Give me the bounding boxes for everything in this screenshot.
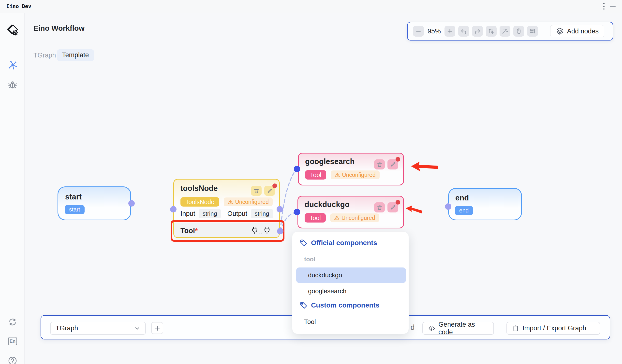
occluded-text: d: [410, 324, 414, 332]
minimap-icon[interactable]: [527, 26, 538, 36]
tab-tgraph[interactable]: TGraph: [33, 52, 56, 59]
generate-as-code-button[interactable]: Generate as code: [422, 322, 494, 335]
node-start[interactable]: start start: [58, 186, 131, 220]
node-type-badge: start: [65, 205, 85, 214]
status-badge: Unconfigured: [331, 170, 380, 179]
red-arrow-googlesearch: [411, 162, 438, 171]
canvas-toolbar: 95%: [407, 22, 613, 40]
node-kind-badge: Tool: [305, 213, 326, 222]
sidebar: En: [0, 13, 25, 364]
required-marker: *: [195, 227, 198, 235]
add-graph-button[interactable]: [151, 322, 163, 334]
warning-icon: [228, 199, 233, 205]
port-start-out[interactable]: [128, 200, 135, 207]
menu-item-googlesearch[interactable]: googlesearch: [308, 287, 346, 295]
plug-icons: [252, 226, 271, 235]
graph-select-value: TGraph: [56, 325, 78, 332]
import-export-graph-button[interactable]: Import / Export Graph: [506, 322, 600, 335]
page-title: Eino Workflow: [33, 24, 85, 32]
undo-button[interactable]: [458, 26, 469, 36]
port-tool-slot[interactable]: [277, 228, 283, 234]
tool-slot-row[interactable]: Tool*: [174, 222, 279, 237]
custom-components-heading: Custom components: [300, 301, 379, 309]
node-type-badge: end: [455, 206, 473, 215]
port-end-in[interactable]: [445, 203, 451, 210]
mouse-mode-icon[interactable]: [513, 26, 524, 36]
notification-dot: [396, 157, 400, 162]
node-end[interactable]: end end: [448, 188, 522, 220]
node-googlesearch[interactable]: googlesearch Tool Unconfigured: [298, 153, 404, 185]
delete-node-button[interactable]: [374, 202, 385, 212]
red-arrow-duckduckgo: [406, 205, 422, 213]
output-label: Output: [227, 210, 247, 218]
graph-select[interactable]: TGraph: [50, 322, 146, 335]
zoom-in-button[interactable]: [445, 26, 455, 36]
redo-button[interactable]: [472, 26, 483, 36]
node-duckduckgo[interactable]: duckduckgo Tool Unconfigured: [297, 196, 404, 228]
menu-item-duckduckgo[interactable]: duckduckgo: [296, 268, 406, 283]
import-export-label: Import / Export Graph: [523, 325, 586, 332]
delete-node-button[interactable]: [251, 186, 262, 196]
generate-as-code-label: Generate as code: [438, 321, 488, 336]
menu-item-tool[interactable]: Tool: [304, 318, 316, 326]
node-title: end: [455, 194, 469, 202]
kebab-menu-icon[interactable]: [602, 3, 606, 10]
node-kind-badge: Tool: [305, 170, 326, 180]
output-type-pill: string: [251, 209, 273, 218]
port-toolsnode-in[interactable]: [170, 206, 176, 212]
app-logo-tag-gear-icon: [6, 23, 19, 37]
node-kind-badge: ToolsNode: [180, 197, 219, 207]
sidebar-item-workflow-graph-icon[interactable]: [8, 60, 18, 70]
window-titlebar: Eino Dev: [0, 0, 622, 13]
input-type-pill: string: [199, 209, 221, 218]
official-components-heading: Official components: [300, 239, 377, 247]
plus-icon: [154, 325, 160, 331]
zoom-out-button[interactable]: [413, 26, 424, 36]
component-menu: Official components tool duckduckgo goog…: [292, 231, 409, 334]
language-label: En: [8, 337, 17, 345]
add-nodes-label: Add nodes: [567, 28, 599, 35]
node-title: duckduckgo: [305, 200, 350, 209]
port-googlesearch-in[interactable]: [294, 166, 300, 172]
edge-tool-to-duckduckgo: [281, 212, 296, 231]
notification-dot: [272, 183, 277, 188]
window-title: Eino Dev: [6, 3, 31, 9]
status-badge: Unconfigured: [330, 213, 379, 222]
sidebar-item-language-icon[interactable]: En: [8, 336, 18, 346]
menu-group-label: tool: [304, 256, 315, 263]
sidebar-item-debug-bug-icon[interactable]: [8, 80, 18, 90]
tag-icon: [300, 239, 308, 247]
toolbar-divider: [544, 27, 544, 36]
tag-icon: [300, 301, 308, 309]
layers-plus-icon: [556, 27, 564, 35]
warning-icon: [334, 215, 340, 220]
input-label: Input: [180, 210, 195, 218]
code-icon: [428, 325, 435, 332]
sidebar-item-sync-icon[interactable]: [8, 317, 18, 327]
minimize-icon[interactable]: [610, 6, 616, 7]
port-duckduckgo-in[interactable]: [294, 209, 300, 215]
node-toolsnode[interactable]: toolsNode ToolsNode Unconfigured Input s…: [173, 179, 280, 238]
sidebar-item-help-icon[interactable]: [8, 356, 18, 364]
magic-wand-icon[interactable]: [500, 26, 510, 36]
delete-node-button[interactable]: [374, 159, 385, 169]
edge-tool-to-googlesearch: [280, 170, 296, 230]
status-badge: Unconfigured: [224, 198, 273, 206]
chevron-down-icon: [134, 325, 140, 332]
notification-dot: [396, 200, 400, 205]
node-title: googlesearch: [305, 157, 355, 166]
clipboard-icon: [512, 325, 519, 332]
add-nodes-button[interactable]: Add nodes: [550, 25, 604, 37]
auto-layout-icon[interactable]: [486, 26, 497, 36]
tool-slot-label: Tool: [180, 227, 195, 235]
zoom-level: 95%: [427, 28, 442, 35]
port-toolsnode-out[interactable]: [277, 206, 283, 212]
node-title: toolsNode: [180, 184, 218, 193]
node-title: start: [65, 193, 82, 201]
warning-icon: [335, 172, 340, 178]
tab-template[interactable]: Template: [57, 49, 94, 61]
